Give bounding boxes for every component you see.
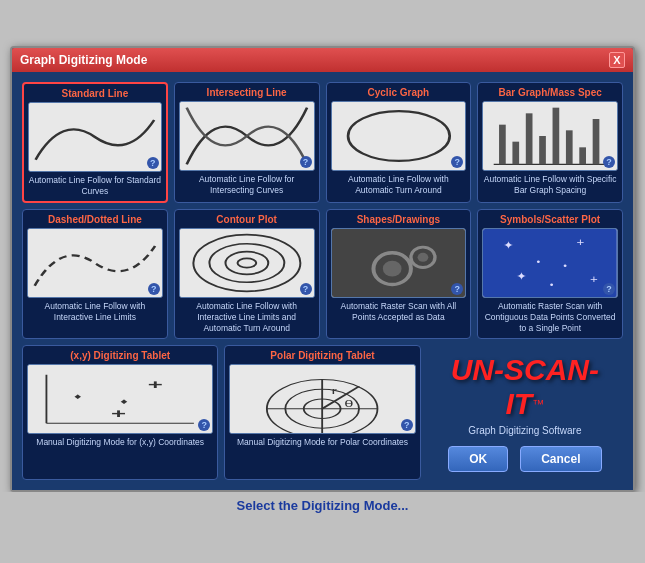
svg-text:♦: ♦ bbox=[74, 392, 82, 401]
mode-title-standard-line: Standard Line bbox=[28, 88, 162, 99]
svg-text:+: + bbox=[148, 377, 163, 392]
help-icon-polar[interactable]: ? bbox=[401, 419, 413, 431]
svg-text:+: + bbox=[577, 236, 585, 249]
help-icon-scatter[interactable]: ? bbox=[603, 283, 615, 295]
svg-rect-7 bbox=[513, 142, 520, 165]
mode-desc-standard-line: Automatic Line Follow for Standard Curve… bbox=[28, 175, 162, 197]
mode-standard-line[interactable]: Standard Line ? Automatic Line Follow fo… bbox=[22, 82, 168, 203]
mode-image-contour: ? bbox=[179, 228, 315, 298]
main-window: Graph Digitizing Mode X Standard Line ? … bbox=[10, 46, 635, 492]
mode-grid: Standard Line ? Automatic Line Follow fo… bbox=[22, 82, 623, 339]
mode-polar-tablet[interactable]: Polar Digitizing Tablet r θ bbox=[224, 345, 420, 480]
mode-image-standard-line: ? bbox=[28, 102, 162, 172]
mode-desc-shapes: Automatic Raster Scan with All Points Ac… bbox=[331, 301, 467, 323]
mode-title-intersecting: Intersecting Line bbox=[179, 87, 315, 98]
svg-rect-8 bbox=[526, 113, 533, 164]
svg-text:♦: ♦ bbox=[120, 397, 128, 406]
button-row: OK Cancel bbox=[448, 446, 601, 472]
help-icon-standard[interactable]: ? bbox=[147, 157, 159, 169]
mode-desc-dashed: Automatic Line Follow with Interactive L… bbox=[27, 301, 163, 323]
close-button[interactable]: X bbox=[609, 52, 625, 68]
mode-cyclic-graph[interactable]: Cyclic Graph ? Automatic Line Follow wit… bbox=[326, 82, 472, 203]
mode-bar-graph[interactable]: Bar Graph/Mass Spec ? bbox=[477, 82, 623, 203]
svg-rect-15 bbox=[180, 229, 314, 297]
mode-scatter[interactable]: Symbols/Scatter Plot ✦ + • • ✦ + • ? Aut… bbox=[477, 209, 623, 339]
mode-image-shapes: ? bbox=[331, 228, 467, 298]
bottom-left-modes: (x,y) Digitizing Tablet + ♦ + ♦ ? bbox=[22, 345, 421, 480]
svg-rect-9 bbox=[539, 136, 546, 164]
mode-desc-xy: Manual Digitizing Mode for (x,y) Coordin… bbox=[27, 437, 213, 448]
help-icon-intersecting[interactable]: ? bbox=[300, 156, 312, 168]
mode-title-cyclic: Cyclic Graph bbox=[331, 87, 467, 98]
mode-desc-bar: Automatic Line Follow with Specific Bar … bbox=[482, 174, 618, 196]
svg-text:•: • bbox=[564, 260, 568, 270]
mode-desc-intersecting: Automatic Line Follow for Intersecting C… bbox=[179, 174, 315, 196]
mode-image-polar: r θ ? bbox=[229, 364, 415, 434]
svg-text:✦: ✦ bbox=[517, 270, 528, 283]
svg-text:•: • bbox=[537, 257, 541, 267]
svg-text:r: r bbox=[332, 386, 338, 396]
mode-desc-cyclic: Automatic Line Follow with Automatic Tur… bbox=[331, 174, 467, 196]
mode-title-dashed: Dashed/Dotted Line bbox=[27, 214, 163, 225]
mode-xy-tablet[interactable]: (x,y) Digitizing Tablet + ♦ + ♦ ? bbox=[22, 345, 218, 480]
mode-image-intersecting: ? bbox=[179, 101, 315, 171]
svg-rect-13 bbox=[593, 119, 600, 164]
mode-desc-contour: Automatic Line Follow with Interactive L… bbox=[179, 301, 315, 334]
mode-image-xy: + ♦ + ♦ ? bbox=[27, 364, 213, 434]
cancel-button[interactable]: Cancel bbox=[520, 446, 601, 472]
mode-image-bar: ? bbox=[482, 101, 618, 171]
svg-rect-12 bbox=[580, 147, 587, 164]
svg-text:+: + bbox=[590, 273, 598, 286]
mode-desc-scatter: Automatic Raster Scan with Contiguous Da… bbox=[482, 301, 618, 334]
mode-image-dashed: ? bbox=[27, 228, 163, 298]
svg-rect-14 bbox=[28, 229, 162, 297]
mode-title-scatter: Symbols/Scatter Plot bbox=[482, 214, 618, 225]
svg-point-24 bbox=[417, 253, 428, 262]
brand-section: UN-SCAN-IT™ Graph Digitizing Software OK… bbox=[427, 345, 623, 480]
svg-text:θ: θ bbox=[345, 399, 354, 409]
window-title: Graph Digitizing Mode bbox=[20, 53, 147, 67]
mode-contour-plot[interactable]: Contour Plot ? Automatic Line Follow wit… bbox=[174, 209, 320, 339]
svg-rect-20 bbox=[332, 229, 466, 297]
mode-image-scatter: ✦ + • • ✦ + • ? bbox=[482, 228, 618, 298]
mode-intersecting-line[interactable]: Intersecting Line ? Automatic Line Follo… bbox=[174, 82, 320, 203]
footer-text: Select the Digitizing Mode... bbox=[0, 492, 645, 517]
svg-rect-6 bbox=[499, 125, 506, 165]
svg-text:✦: ✦ bbox=[503, 239, 514, 252]
brand-subtitle: Graph Digitizing Software bbox=[468, 425, 581, 436]
title-bar: Graph Digitizing Mode X bbox=[12, 48, 633, 72]
mode-title-contour: Contour Plot bbox=[179, 214, 315, 225]
mode-shapes[interactable]: Shapes/Drawings ? Automatic Raster Scan … bbox=[326, 209, 472, 339]
mode-title-bar: Bar Graph/Mass Spec bbox=[482, 87, 618, 98]
content-area: Standard Line ? Automatic Line Follow fo… bbox=[12, 72, 633, 490]
help-icon-contour[interactable]: ? bbox=[300, 283, 312, 295]
help-icon-dashed[interactable]: ? bbox=[148, 283, 160, 295]
mode-dashed-line[interactable]: Dashed/Dotted Line ? Automatic Line Foll… bbox=[22, 209, 168, 339]
brand-name: UN-SCAN-IT™ bbox=[435, 353, 615, 421]
mode-image-cyclic: ? bbox=[331, 101, 467, 171]
mode-desc-polar: Manual Digitizing Mode for Polar Coordin… bbox=[229, 437, 415, 448]
mode-title-xy: (x,y) Digitizing Tablet bbox=[27, 350, 213, 361]
svg-text:•: • bbox=[550, 280, 554, 290]
svg-text:+: + bbox=[111, 406, 126, 421]
mode-title-shapes: Shapes/Drawings bbox=[331, 214, 467, 225]
ok-button[interactable]: OK bbox=[448, 446, 508, 472]
svg-point-22 bbox=[382, 261, 401, 277]
mode-title-polar: Polar Digitizing Tablet bbox=[229, 350, 415, 361]
svg-rect-10 bbox=[553, 108, 560, 165]
svg-rect-11 bbox=[566, 130, 573, 164]
help-icon-bar[interactable]: ? bbox=[603, 156, 615, 168]
bottom-section: (x,y) Digitizing Tablet + ♦ + ♦ ? bbox=[22, 345, 623, 480]
